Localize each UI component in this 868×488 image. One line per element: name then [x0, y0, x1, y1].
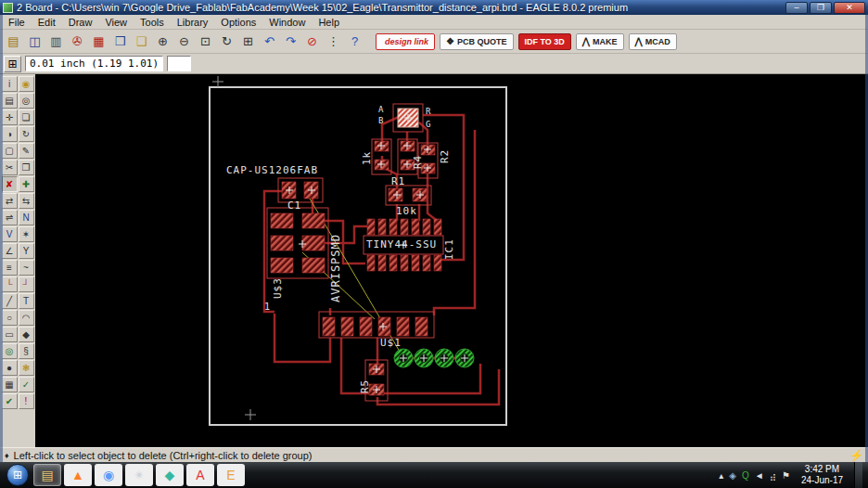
toolbar-icon-library-sheet[interactable]: ❑: [132, 32, 151, 51]
tool-circle[interactable]: ○: [2, 310, 18, 326]
tool-optimize[interactable]: ≡: [2, 260, 18, 276]
toolbar-icon-zoom-out[interactable]: ⊖: [174, 32, 194, 51]
tool-value[interactable]: V: [2, 226, 18, 242]
tool-name[interactable]: N: [19, 210, 34, 225]
tool-gateswap[interactable]: ⇌: [2, 210, 18, 225]
taskbar-app-autocad[interactable]: A: [186, 464, 214, 486]
toolbar-button-pcb-quote[interactable]: ❖ PCB QUOTE: [440, 33, 513, 50]
tool-meander[interactable]: ~: [19, 260, 34, 276]
tool-split[interactable]: Y: [19, 243, 34, 259]
tool-errors[interactable]: !: [19, 393, 34, 409]
tool-replace[interactable]: ⇆: [19, 193, 34, 209]
toolbar-button-design-link[interactable]: design link: [376, 33, 435, 50]
toolbar-icon-open-folder[interactable]: ▤: [4, 32, 23, 51]
taskbar-app-vlc[interactable]: ▲: [64, 464, 92, 486]
tool-cut[interactable]: ✂: [2, 160, 18, 175]
show-desktop-button[interactable]: [854, 462, 862, 488]
tool-move[interactable]: ✛: [2, 109, 18, 125]
tool-route[interactable]: └: [2, 276, 18, 292]
menu-item-help[interactable]: Help: [312, 16, 346, 29]
tool-ratsnest[interactable]: ❃: [19, 360, 34, 376]
toolbar-icon-more-options[interactable]: ⋮: [324, 32, 343, 51]
menu-item-window[interactable]: Window: [262, 16, 312, 29]
tool-add[interactable]: ✚: [19, 176, 34, 192]
tool-hole[interactable]: ●: [2, 360, 18, 376]
tray-icon-volume[interactable]: ◄: [755, 470, 764, 481]
chip-logo-icon: ⋀: [582, 36, 590, 46]
tool-rect[interactable]: ▭: [2, 327, 18, 342]
tray-icon-network[interactable]: ⣴: [770, 470, 776, 481]
taskbar-app-explorer[interactable]: ▤: [33, 464, 61, 486]
tool-wire[interactable]: ╱: [2, 293, 18, 309]
toolbar-icon-zoom-select[interactable]: ⊞: [238, 32, 258, 51]
maximize-button[interactable]: ❐: [810, 2, 832, 14]
toolbar-icon-zoom-in[interactable]: ⊕: [153, 32, 172, 51]
toolbar-icon-zoom-fit[interactable]: ⊡: [196, 32, 215, 51]
menu-item-library[interactable]: Library: [171, 16, 215, 29]
toolbar-icon-redo[interactable]: ↷: [281, 32, 300, 51]
taskbar-app-app-starburst[interactable]: ✴: [125, 464, 153, 486]
toolbar-icon-print[interactable]: ▥: [46, 32, 66, 51]
tool-palette: i◉▤◎✛❏◑↻▢✎✂❐✘✚⇄⇆⇌NV✶∠Y≡~└┘╱T○◠▭◆◎§●❃▦✓✔!: [0, 74, 35, 447]
tool-via[interactable]: ◎: [2, 343, 18, 359]
start-button[interactable]: ⊞: [6, 464, 29, 486]
clock-time: 3:42 PM: [801, 464, 843, 476]
taskbar-app-eagle[interactable]: E: [217, 464, 245, 486]
tool-copy[interactable]: ❏: [19, 109, 34, 125]
tool-rotate[interactable]: ↻: [19, 126, 34, 142]
tool-miter[interactable]: ∠: [2, 243, 18, 259]
toolbar-icon-save[interactable]: ◫: [25, 32, 45, 51]
tool-mark[interactable]: ◎: [19, 93, 34, 109]
tool-text[interactable]: T: [19, 293, 34, 309]
tool-drc[interactable]: ✔: [2, 393, 18, 409]
taskbar-clock[interactable]: 3:42 PM 24-Jun-17: [796, 464, 849, 487]
tool-arc[interactable]: ◠: [19, 310, 34, 326]
tool-delete[interactable]: ✘: [2, 176, 18, 192]
tool-smash[interactable]: ✶: [19, 226, 34, 242]
tool-polygon[interactable]: ◆: [19, 327, 34, 342]
tool-ripup[interactable]: ┘: [19, 276, 34, 292]
close-button[interactable]: ✕: [834, 2, 865, 14]
tool-display[interactable]: ▤: [2, 93, 18, 109]
toolbar-icon-cam-processor[interactable]: ✇: [68, 32, 87, 51]
toolbar-icon-undo[interactable]: ↶: [260, 32, 279, 51]
board-canvas[interactable]: CAP-US1206FABC1U$31AVRISPSMDTINY44-SSUIC…: [35, 74, 868, 447]
menu-item-file[interactable]: File: [2, 16, 32, 29]
tool-pinswap[interactable]: ⇄: [2, 193, 18, 209]
toolbar-icon-help[interactable]: ?: [345, 32, 364, 51]
minimize-button[interactable]: –: [785, 2, 808, 14]
tool-group[interactable]: ▢: [2, 143, 18, 159]
toolbar-icon-board-schematic-toggle[interactable]: ❒: [110, 32, 130, 51]
toolbar-icon-zoom-redraw[interactable]: ↻: [217, 32, 236, 51]
tray-icon-antivirus[interactable]: Q: [742, 470, 749, 481]
tool-erc[interactable]: ✓: [19, 377, 34, 392]
toolbar-button-mcad[interactable]: ⋀ MCAD: [629, 33, 677, 50]
menu-item-view[interactable]: View: [98, 16, 134, 29]
taskbar-app-app-teal[interactable]: ◆: [156, 464, 184, 486]
tool-paste[interactable]: ❐: [19, 160, 34, 175]
command-input[interactable]: [167, 56, 191, 71]
tool-auto[interactable]: ▦: [2, 377, 18, 392]
tray-icons: ▴◈Q◄⣴⚑: [719, 470, 790, 481]
taskbar-app-chrome[interactable]: ◉: [95, 464, 122, 486]
tray-icon-tray-app[interactable]: ◈: [729, 470, 736, 481]
tool-change[interactable]: ✎: [19, 143, 34, 159]
tool-info[interactable]: i: [2, 76, 18, 92]
tool-signal[interactable]: §: [19, 343, 34, 359]
toolbar-icon-drill-legend[interactable]: ▦: [89, 32, 108, 51]
pcb-label-u3-pin1: 1: [264, 302, 271, 312]
grid-settings-button[interactable]: ⊞: [4, 56, 21, 72]
menu-item-edit[interactable]: Edit: [32, 16, 62, 29]
tray-icon-action-center[interactable]: ⚑: [782, 470, 790, 481]
tool-mirror[interactable]: ◑: [2, 126, 18, 142]
toolbar-icon-stop[interactable]: ⊘: [302, 32, 322, 51]
tray-icon-hidden-icons[interactable]: ▴: [719, 470, 723, 481]
menu-item-tools[interactable]: Tools: [134, 16, 171, 29]
titlebar: 2 Board - C:\Users\win 7\Google Drive_Fa…: [0, 0, 868, 15]
menu-item-options[interactable]: Options: [214, 16, 262, 29]
toolbar-button-idf-to-3d[interactable]: IDF TO 3D: [518, 33, 571, 50]
menu-item-draw[interactable]: Draw: [62, 16, 99, 29]
tool-show[interactable]: ◉: [19, 76, 34, 92]
status-text: Left-click to select object to delete (C…: [14, 450, 313, 461]
toolbar-button-make[interactable]: ⋀ MAKE: [576, 33, 624, 50]
